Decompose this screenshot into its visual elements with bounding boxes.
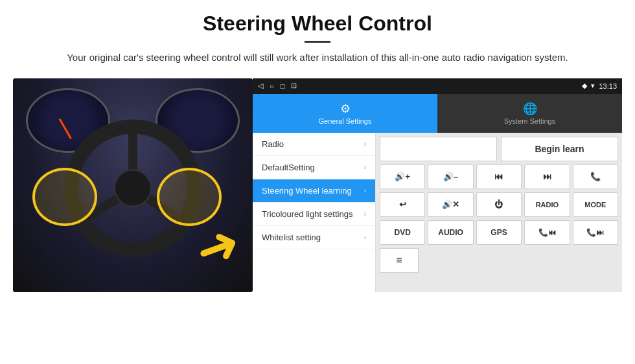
android-ui: ◁ ○ □ ⊡ ◆ ▾ 13:13 ⚙ General Settings 🌐 S… [253,78,622,292]
chevron-icon-default: › [364,164,366,171]
chevron-icon-radio: › [364,141,366,148]
header-section: Steering Wheel Control Your original car… [0,0,635,72]
menu-steering-label: Steering Wheel learning [262,186,352,196]
left-menu: Radio › DefaultSetting › Steering Wheel … [253,133,376,292]
system-icon: 🌐 [523,102,537,116]
right-panel: Begin learn 🔊+ 🔊– ⏮ ⏭ 📞 ↩ 🔊✕ ⏻ RADIO [376,133,622,292]
recents-nav-icon[interactable]: □ [281,82,285,90]
subtitle-text: Your original car's steering wheel contr… [39,51,596,65]
tab-general-label: General Settings [319,117,372,125]
phone-button[interactable]: 📞 [573,165,618,189]
menu-item-whitelist[interactable]: Whitelist setting › [253,226,375,249]
list-icon-box[interactable]: ≡ [380,248,419,273]
menu-item-steering[interactable]: Steering Wheel learning › [253,179,375,203]
chevron-icon-whitelist: › [364,234,366,241]
home-nav-icon[interactable]: ○ [270,82,274,90]
tab-general-settings[interactable]: ⚙ General Settings [253,94,437,133]
top-tabs: ⚙ General Settings 🌐 System Settings [253,94,622,133]
vol-down-button[interactable]: 🔊– [428,165,473,189]
menu-tricoloured-label: Tricoloured light settings [262,209,352,219]
wifi-icon: ◆ [582,82,587,90]
audio-button[interactable]: AUDIO [428,220,473,245]
svg-point-4 [115,170,151,206]
dvd-button[interactable]: DVD [380,220,425,245]
menu-whitelist-label: Whitelist setting [262,233,321,242]
menu-item-radio[interactable]: Radio › [253,133,375,156]
begin-learn-button[interactable]: Begin learn [501,137,618,161]
next-track-button[interactable]: ⏭ [524,165,570,189]
menu-radio-label: Radio [262,139,284,149]
back-nav-icon[interactable]: ◁ [258,82,263,90]
menu-item-default[interactable]: DefaultSetting › [253,156,375,179]
gps-button[interactable]: GPS [476,220,522,245]
signal-icon: ▾ [591,82,595,90]
steering-wheel-image: ➜ [13,78,253,292]
begin-learn-row: Begin learn [380,137,618,161]
title-divider [305,41,330,43]
radio-button[interactable]: RADIO [524,192,570,217]
empty-input-box [380,137,497,161]
menu-default-label: DefaultSetting [262,163,315,172]
bottom-btn-row: DVD AUDIO GPS 📞⏮ 📞⏭ [380,220,618,245]
menu-nav-icon[interactable]: ⊡ [291,82,297,90]
chevron-icon-tricoloured: › [364,210,366,218]
page-title: Steering Wheel Control [39,12,596,36]
gear-icon: ⚙ [340,102,351,116]
main-content: Radio › DefaultSetting › Steering Wheel … [253,133,622,292]
prev-track-button[interactable]: ⏮ [476,165,522,189]
return-button[interactable]: ↩ [380,192,425,217]
highlight-circle-left [32,168,97,226]
mute-button[interactable]: 🔊✕ [428,192,473,217]
chevron-icon-steering: › [364,187,366,194]
phone-next-button[interactable]: 📞⏭ [573,220,618,245]
mode-button[interactable]: MODE [573,192,618,217]
tab-system-label: System Settings [504,117,555,125]
button-grid-row2: ↩ 🔊✕ ⏻ RADIO MODE [380,192,618,217]
phone-prev-button[interactable]: 📞⏮ [524,220,570,245]
clock: 13:13 [599,82,617,90]
content-area: ➜ ◁ ○ □ ⊡ ◆ ▾ 13:13 ⚙ General Settings [13,78,622,292]
extra-icon-row: ≡ [380,248,618,273]
button-grid-row1: 🔊+ 🔊– ⏮ ⏭ 📞 [380,165,618,189]
status-bar: ◁ ○ □ ⊡ ◆ ▾ 13:13 [253,78,622,94]
menu-item-tricoloured[interactable]: Tricoloured light settings › [253,203,375,226]
status-right: ◆ ▾ 13:13 [582,82,617,90]
power-button[interactable]: ⏻ [476,192,522,217]
vol-up-button[interactable]: 🔊+ [380,165,425,189]
nav-icons: ◁ ○ □ ⊡ [258,82,297,90]
tab-system-settings[interactable]: 🌐 System Settings [437,94,622,133]
